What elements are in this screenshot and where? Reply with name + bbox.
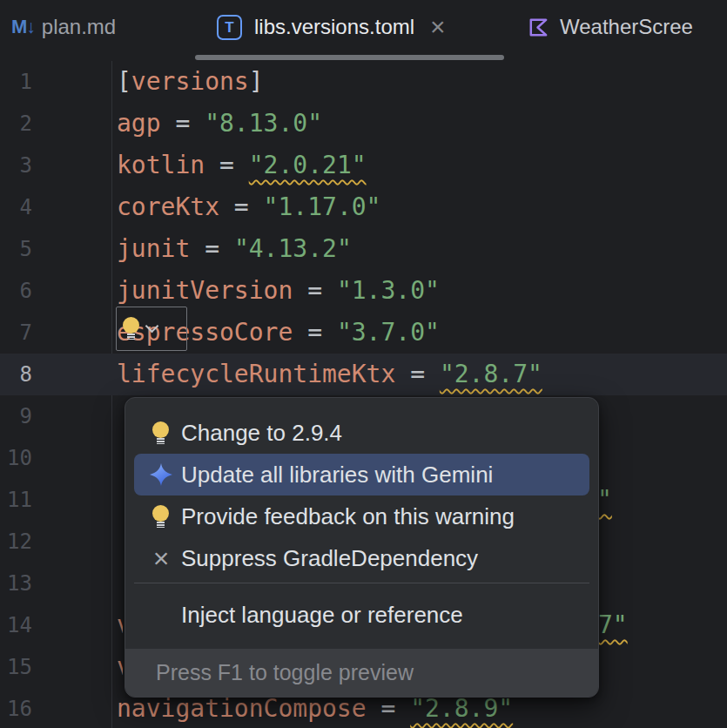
intention-bulb-button[interactable] (116, 307, 187, 351)
code-line[interactable]: 4coreKtx = "1.17.0" (0, 186, 727, 228)
lightbulb-icon (152, 505, 170, 529)
code-line[interactable]: 3kotlin = "2.0.21" (0, 145, 727, 186)
close-icon[interactable]: × (430, 14, 446, 40)
gemini-sparkle-icon (147, 461, 175, 489)
line-number[interactable]: 13 (0, 563, 32, 604)
line-number[interactable]: 16 (0, 688, 32, 728)
line-number[interactable]: 5 (0, 228, 32, 270)
code-line[interactable]: 2agp = "8.13.0" (0, 103, 727, 145)
line-number[interactable]: 14 (0, 604, 32, 646)
tab-weatherscreen[interactable]: WeatherScree (526, 0, 693, 54)
popup-footer-hint: Press F1 to toggle preview (125, 649, 598, 697)
menu-item[interactable]: Inject language or reference (125, 594, 598, 636)
menu-item[interactable]: Update all libraries with Gemini (134, 454, 589, 495)
line-number[interactable]: 3 (0, 145, 32, 186)
tab-plan-md[interactable]: M↓ plan.md (11, 0, 116, 54)
menu-separator (134, 583, 589, 583)
lightbulb-icon (152, 421, 170, 445)
line-number[interactable]: 12 (0, 521, 32, 563)
menu-item-label: Provide feedback on this warning (181, 503, 515, 530)
line-number[interactable]: 10 (0, 437, 32, 479)
code-text: junitVersion = "1.3.0" (117, 270, 440, 312)
line-number[interactable]: 1 (0, 61, 32, 103)
line-number[interactable]: 15 (0, 646, 32, 688)
menu-item-label: Suppress GradleDependency (181, 545, 478, 572)
line-number[interactable]: 2 (0, 103, 32, 145)
code-text: v (117, 604, 123, 646)
kotlin-icon (526, 16, 549, 39)
code-text: coreKtx = "1.17.0" (117, 186, 380, 228)
menu-item-label: Change to 2.9.4 (181, 420, 342, 447)
menu-item-label: Update all libraries with Gemini (181, 462, 493, 489)
markdown-icon: M↓ (11, 16, 35, 38)
menu-item[interactable]: ×Suppress GradleDependency (125, 537, 598, 579)
editor-tab-bar: M↓ plan.md T libs.versions.toml × Weathe… (0, 0, 727, 61)
code-text: [versions] (117, 61, 264, 103)
intention-popup: Change to 2.9.4Update all libraries with… (125, 397, 599, 698)
line-number[interactable]: 9 (0, 395, 32, 437)
code-line[interactable]: 5junit = "4.13.2" (0, 228, 727, 270)
chevron-down-icon (145, 320, 159, 334)
tab-label: plan.md (42, 15, 116, 39)
code-text: kotlin = "2.0.21" (117, 145, 367, 186)
toml-icon: T (217, 15, 242, 40)
line-number[interactable]: 11 (0, 479, 32, 521)
line-number[interactable]: 7 (0, 312, 32, 354)
tab-label: WeatherScree (560, 15, 693, 39)
lightbulb-icon (123, 317, 140, 340)
menu-item[interactable]: Change to 2.9.4 (125, 412, 598, 454)
code-line[interactable]: 7espressoCore = "3.7.0" (0, 312, 727, 354)
code-line[interactable]: 8lifecycleRuntimeKtx = "2.8.7" (0, 354, 727, 395)
code-text: v (117, 646, 123, 688)
menu-item-label: Inject language or reference (181, 602, 463, 629)
code-line[interactable]: 1[versions] (0, 61, 727, 103)
line-number[interactable]: 6 (0, 270, 32, 312)
tab-label: libs.versions.toml (254, 15, 414, 39)
line-number[interactable]: 8 (0, 354, 32, 395)
code-text: agp = "8.13.0" (117, 103, 322, 145)
code-line[interactable]: 6junitVersion = "1.3.0" (0, 270, 727, 312)
tab-libs-versions-toml[interactable]: T libs.versions.toml × (217, 0, 446, 54)
code-text: junit = "4.13.2" (117, 228, 352, 270)
tab-scrollbar-thumb[interactable] (195, 55, 504, 60)
menu-item[interactable]: Provide feedback on this warning (125, 495, 598, 537)
close-icon: × (153, 544, 170, 572)
code-text: lifecycleRuntimeKtx = "2.8.7" (117, 354, 542, 395)
line-number[interactable]: 4 (0, 186, 32, 228)
